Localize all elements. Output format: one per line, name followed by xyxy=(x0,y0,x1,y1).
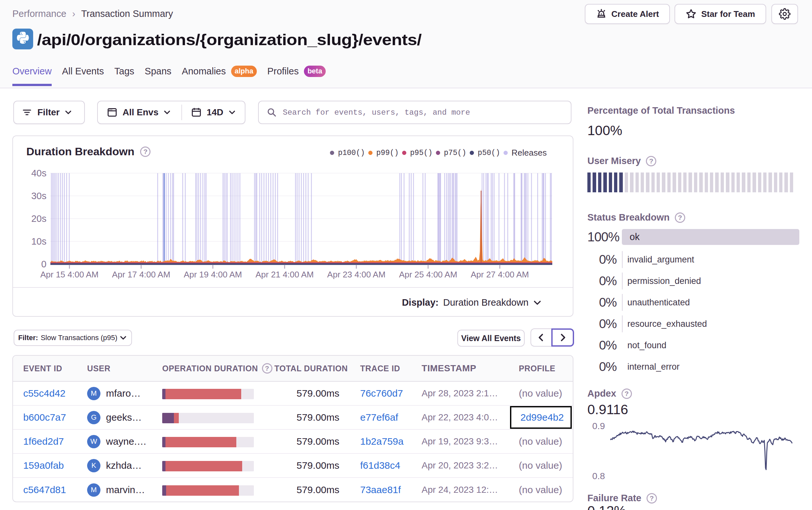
svg-text:30s: 30s xyxy=(31,191,47,201)
svg-text:10s: 10s xyxy=(31,236,47,246)
svg-text:0.8: 0.8 xyxy=(592,471,605,481)
svg-text:Apr 27 4:00 AM: Apr 27 4:00 AM xyxy=(471,270,529,279)
svg-text:0: 0 xyxy=(41,259,47,269)
svg-text:Apr 17 4:00 AM: Apr 17 4:00 AM xyxy=(112,270,170,279)
svg-text:0.9: 0.9 xyxy=(592,421,605,431)
svg-text:Apr 21 4:00 AM: Apr 21 4:00 AM xyxy=(256,270,314,279)
svg-text:Apr 19 4:00 AM: Apr 19 4:00 AM xyxy=(184,270,242,279)
svg-text:Apr 15 4:00 AM: Apr 15 4:00 AM xyxy=(40,270,98,279)
svg-text:Apr 25 4:00 AM: Apr 25 4:00 AM xyxy=(399,270,457,279)
svg-text:Apr 23 4:00 AM: Apr 23 4:00 AM xyxy=(327,270,385,279)
svg-text:40s: 40s xyxy=(31,168,47,178)
svg-text:20s: 20s xyxy=(31,213,47,224)
